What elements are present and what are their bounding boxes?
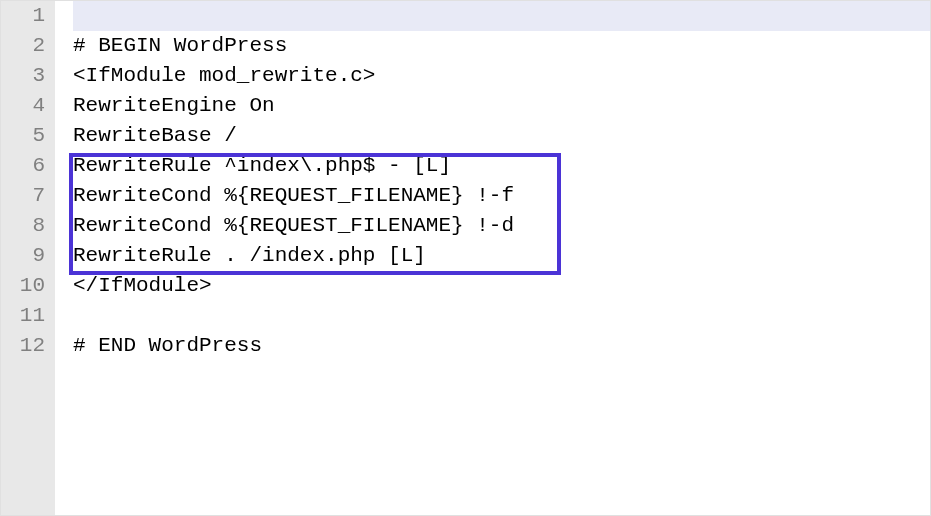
line-number: 5 <box>1 121 45 151</box>
code-editor: 1 2 3 4 5 6 7 8 9 10 11 12 # BEGIN WordP… <box>1 1 930 515</box>
line-number: 10 <box>1 271 45 301</box>
code-line[interactable] <box>73 301 930 331</box>
code-line[interactable]: # END WordPress <box>73 331 930 361</box>
code-area[interactable]: # BEGIN WordPress <IfModule mod_rewrite.… <box>55 1 930 515</box>
line-number: 9 <box>1 241 45 271</box>
code-line[interactable]: RewriteBase / <box>73 121 930 151</box>
line-number: 1 <box>1 1 45 31</box>
line-number: 12 <box>1 331 45 361</box>
code-line[interactable] <box>73 1 930 31</box>
line-number-gutter: 1 2 3 4 5 6 7 8 9 10 11 12 <box>1 1 55 515</box>
line-number: 4 <box>1 91 45 121</box>
code-line[interactable]: RewriteCond %{REQUEST_FILENAME} !-d <box>73 211 930 241</box>
line-number: 7 <box>1 181 45 211</box>
line-number: 3 <box>1 61 45 91</box>
line-number: 6 <box>1 151 45 181</box>
code-line[interactable]: RewriteCond %{REQUEST_FILENAME} !-f <box>73 181 930 211</box>
code-line[interactable]: </IfModule> <box>73 271 930 301</box>
code-line[interactable]: RewriteRule ^index\.php$ - [L] <box>73 151 930 181</box>
line-number: 2 <box>1 31 45 61</box>
code-line[interactable]: RewriteRule . /index.php [L] <box>73 241 930 271</box>
code-line[interactable]: RewriteEngine On <box>73 91 930 121</box>
code-line[interactable]: # BEGIN WordPress <box>73 31 930 61</box>
line-number: 11 <box>1 301 45 331</box>
code-line[interactable]: <IfModule mod_rewrite.c> <box>73 61 930 91</box>
line-number: 8 <box>1 211 45 241</box>
